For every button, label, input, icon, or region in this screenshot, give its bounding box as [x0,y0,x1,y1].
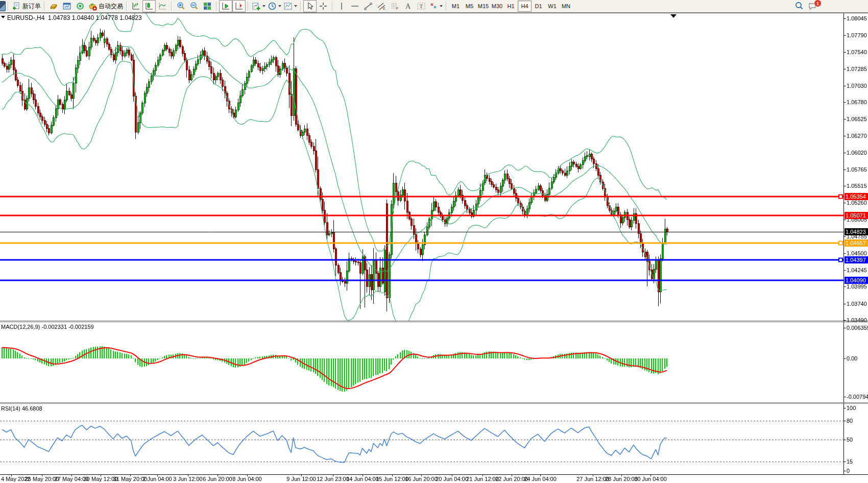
price-axis-tick: 1.06270 [847,133,867,139]
vline-icon [337,2,346,11]
candlestick-button[interactable] [142,0,156,12]
time-axis-label: 9 Jun 12:00 [286,476,316,482]
periods-button[interactable] [267,0,282,12]
chart-title: EURUSD-,H4 1.04783 1.04840 1.04778 1.048… [7,14,142,21]
time-axis-label: 22 Jun 20:00 [495,476,528,482]
time-axis-label: 30 May 12:00 [84,476,118,482]
search-icon [794,2,804,11]
price-axis-tick: 1.07790 [847,32,867,38]
market-watch-button[interactable] [47,0,60,12]
tile-windows-button[interactable] [201,0,214,12]
time-axis-label: 15 Jun 12:00 [376,476,408,482]
price-axis-tick: 1.06020 [847,150,867,156]
search-button[interactable] [792,0,806,12]
bar-chart-icon [131,2,140,11]
timeframe-button-m1[interactable]: M1 [449,1,463,12]
chevron-down-icon[interactable] [278,5,281,7]
timeframe-button-w1[interactable]: W1 [545,1,559,12]
price-axis-tick: 1.06525 [847,116,867,122]
rsi-axis-tick: 50 [847,437,853,443]
new-order-button[interactable]: 新订单 [11,0,42,12]
auto-trading-button-label: 自动交易 [99,2,123,11]
gold-bar-icon [49,2,58,11]
crosshair-button[interactable] [317,0,330,12]
trendline-icon [364,2,373,11]
label-icon: T [417,2,426,11]
chat-button[interactable]: 1 [806,0,819,12]
toolbar-separator [446,2,447,11]
pivot-line-price-label[interactable]: 1.04657 [845,239,868,247]
template-icon [283,2,293,11]
price-axis-tick: 1.05515 [847,183,867,189]
rsi-axis-tick: 15 [847,458,853,465]
bar-chart-button[interactable] [129,0,142,12]
navigator-button[interactable] [74,0,87,12]
zoom-out-button[interactable] [187,0,201,12]
arrows-button[interactable] [428,0,444,12]
new-order-icon [12,2,21,11]
bid-price-line-price-label[interactable]: 1.04823 [845,228,868,235]
zoom-out-icon [189,2,199,11]
time-axis-label: 2 Jun 04:00 [142,476,172,482]
toolbar-separator [248,2,249,11]
chart-shift-button[interactable] [232,0,246,12]
horizontal-line-button[interactable] [348,0,361,12]
zoom-in-button[interactable] [174,0,187,12]
toolbar-separator [216,2,217,11]
price-axis-tick: 1.03740 [847,301,867,307]
price-axis-tick: 1.05765 [847,166,867,173]
templates-button[interactable] [282,0,298,12]
data-window-button[interactable] [60,0,74,12]
resistance-line-1-price-label[interactable]: 1.05354 [845,193,868,200]
price-axis-tick: 1.04245 [847,267,867,273]
clock-icon [268,2,277,11]
chevron-down-icon[interactable] [440,5,443,7]
label-button[interactable]: T [415,0,428,12]
window-icon [62,2,71,11]
time-axis-label: 21 Jun 12:00 [466,476,499,482]
timeframe-button-m30[interactable]: M30 [490,1,504,12]
text-button[interactable]: A [401,0,415,12]
chevron-down-icon[interactable] [262,5,266,7]
chevron-down-icon[interactable] [294,5,297,7]
text-icon: A [403,2,413,11]
indicators-button[interactable] [251,0,267,12]
time-axis-label: 24 Jun 04:00 [524,476,557,482]
toolbar-separator [171,2,172,11]
fibonacci-button[interactable]: F [388,0,401,12]
arrows-icon [429,2,438,11]
time-axis-label: 6 Jun 20:00 [203,476,232,482]
symbol-collapse-arrow-icon[interactable] [1,16,5,18]
chart-shift-marker-icon[interactable] [670,14,677,18]
price-axis-tick: 1.07285 [847,66,867,72]
vertical-line-button[interactable] [335,0,348,12]
ohlc-open: 1.04783 [48,14,70,21]
timeframe-button-m5[interactable]: M5 [463,1,476,12]
timeframe-button-d1[interactable]: D1 [532,1,545,12]
mt4-window: 新订单自动交易EFAT M1M5M15M30H1H4D1W1MN 1 EURUS… [0,0,868,483]
auto-trading-button[interactable]: 自动交易 [87,0,124,12]
auto-scroll-button[interactable] [219,0,232,12]
cursor-button[interactable] [303,0,317,12]
time-axis-label: 16 Jun 20:00 [405,476,438,482]
resistance-line-2-price-label[interactable]: 1.05071 [845,212,868,219]
timeframe-button-m15[interactable]: M15 [476,1,490,12]
trendline-button[interactable] [361,0,375,12]
timeframe-button-mn[interactable]: MN [559,1,573,12]
support-line-2-price-label[interactable]: 1.04090 [845,277,868,284]
line-chart-button[interactable] [156,0,169,12]
support-line-1-price-label[interactable]: 1.04397 [845,256,868,263]
timeframe-button-h4[interactable]: H4 [518,1,532,12]
channel-button[interactable]: E [375,0,388,12]
time-axis-label: 27 Jun 12:00 [576,476,609,482]
clipped-toolbar-icon[interactable] [0,1,6,11]
price-axis-tick: 1.07030 [847,83,867,89]
chart-canvas[interactable] [0,0,868,483]
zoom-in-icon [176,2,185,11]
time-axis-label: 25 May 20:00 [25,476,59,482]
toolbar-separator [44,2,45,11]
time-axis-label: 28 Jun 20:00 [605,476,638,482]
candlestick-icon [144,2,154,11]
timeframe-button-h1[interactable]: H1 [504,1,518,12]
indicators-icon [252,2,261,11]
